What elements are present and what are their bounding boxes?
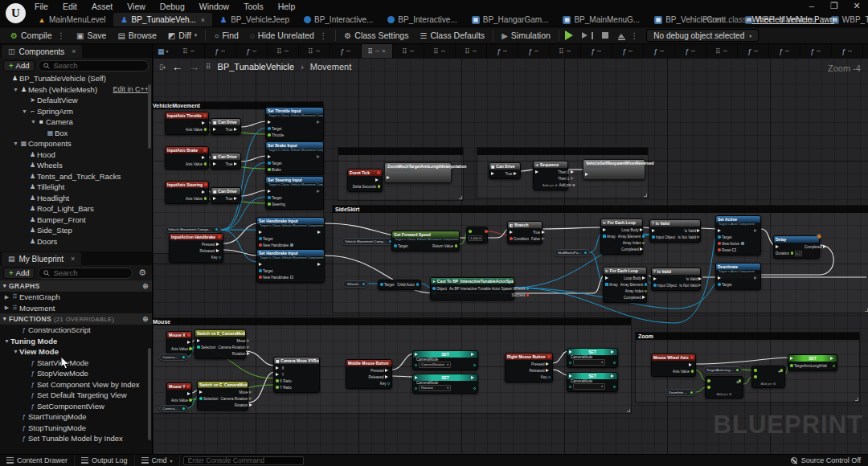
tree-item-tents-and-truck-racks[interactable]: ♟Tents_and_Truck_Racks xyxy=(0,171,152,182)
switch-cameramode-1[interactable]: Switch on E_CameraModeSelectionMoveCamer… xyxy=(194,329,246,359)
exec-pin[interactable] xyxy=(697,229,702,232)
enum-dropdown[interactable]: CameraRotation ▾ xyxy=(419,362,451,368)
exec-pin[interactable] xyxy=(259,263,264,266)
browse-button[interactable]: ▤Browse xyxy=(112,27,162,44)
data-pin[interactable] xyxy=(268,168,271,171)
data-pin[interactable] xyxy=(736,369,739,372)
skidmarks-var[interactable]: SkidMarksParticle xyxy=(555,249,590,256)
exec-pin[interactable] xyxy=(546,369,551,372)
components-search-input[interactable] xyxy=(53,61,143,70)
console-command-input[interactable] xyxy=(183,456,304,465)
hide-unrelated-button[interactable]: ◌Hide Unrelated⋮ xyxy=(244,27,334,44)
doc-tab-19[interactable]: ƒ xyxy=(769,44,800,58)
doc-tab-11[interactable]: ƒ xyxy=(518,44,550,58)
camera-move-xyrotation[interactable]: ▦Camera Move XYRotationXYX RatioY Ratio xyxy=(273,357,320,393)
set-handbrake-input-2[interactable]: Set Handbrake InputTarget is Chaos Vehic… xyxy=(256,249,325,283)
components-tab-close-icon[interactable]: × xyxy=(72,47,76,55)
doc-tab-10[interactable]: ƒ xyxy=(487,44,518,58)
exec-pin[interactable] xyxy=(197,339,202,342)
data-pin[interactable] xyxy=(691,370,694,373)
eject-button[interactable] xyxy=(618,31,625,40)
data-pin[interactable] xyxy=(526,293,530,296)
exec-pin[interactable] xyxy=(317,263,322,266)
exec-pin[interactable] xyxy=(698,284,703,287)
data-pin[interactable] xyxy=(268,127,271,130)
exec-pin[interactable] xyxy=(823,245,828,248)
array-pin[interactable] xyxy=(603,235,606,238)
mouse-y[interactable]: Mouse YAxis Value xyxy=(166,382,192,406)
data-pin[interactable] xyxy=(642,242,645,244)
doc-tab-6[interactable]: ⠿× xyxy=(362,44,393,58)
data-pin[interactable] xyxy=(276,386,279,389)
exec-pin[interactable] xyxy=(754,276,759,280)
tree-item-starttuningmode[interactable]: ƒStartTuningMode xyxy=(0,411,152,423)
data-pin[interactable] xyxy=(199,397,203,400)
data-pin[interactable] xyxy=(259,237,262,240)
enum-dropdown[interactable]: ▾ xyxy=(573,383,605,390)
get-child-actor[interactable]: TargetChild Actor xyxy=(378,280,421,290)
data-pin[interactable] xyxy=(584,251,588,255)
add-pin-label[interactable]: Add pin ⊕ xyxy=(542,183,558,187)
bool-pin[interactable] xyxy=(259,243,262,247)
data-pin[interactable] xyxy=(268,161,271,165)
data-pin[interactable] xyxy=(485,230,488,233)
data-pin[interactable] xyxy=(204,128,207,131)
asset-tab-1[interactable]: ♟BP_TunableVeh...× xyxy=(113,13,213,27)
doc-tab-4[interactable]: ⠿ xyxy=(299,44,330,58)
bool-pin[interactable] xyxy=(718,242,721,245)
branch[interactable]: ◧BranchConditionTrueFalse xyxy=(507,221,542,244)
data-pin[interactable] xyxy=(645,290,647,292)
exec-pin[interactable] xyxy=(776,245,780,248)
set-targetarmlengthval[interactable]: SETTargetArmLengthVal xyxy=(788,354,837,371)
reroute-node[interactable] xyxy=(817,235,821,239)
doc-tab-9[interactable]: ⠿ xyxy=(456,44,487,58)
menu-debug[interactable]: Debug xyxy=(153,2,192,11)
data-pin[interactable] xyxy=(219,256,221,259)
bookmark-icon[interactable]: ▯▾ xyxy=(159,63,166,71)
menu-help[interactable]: Help xyxy=(271,2,303,11)
components-scrollbar[interactable] xyxy=(148,84,151,149)
tree-item-stopviewmode[interactable]: ƒStopViewMode xyxy=(0,368,152,379)
class-defaults-button[interactable]: ☰Class Defaults xyxy=(414,27,490,44)
tree-item-tillelight[interactable]: ♟Tillelight xyxy=(0,182,152,193)
add-function-icon[interactable]: ⊕ xyxy=(142,315,149,323)
exec-pin[interactable] xyxy=(276,373,280,376)
event-tick[interactable]: Event TickDelta Seconds xyxy=(347,169,383,192)
exec-pin[interactable] xyxy=(387,176,391,179)
data-pin[interactable] xyxy=(548,376,551,378)
components-add-button[interactable]: + Add xyxy=(3,60,35,72)
tree-item-constructionscript[interactable]: ƒConstructionScript xyxy=(0,325,152,336)
edit-in-cpp-link[interactable]: Edit in C++ xyxy=(113,85,149,93)
exec-pin[interactable] xyxy=(268,190,272,193)
tree-item-bp-tunablevehicle-self-[interactable]: ♟BP_TunableVehicle (Self) xyxy=(0,73,152,84)
enum-dropdown[interactable]: Rotation ▾ xyxy=(419,385,451,391)
checkbox[interactable] xyxy=(290,276,294,280)
exec-pin[interactable] xyxy=(718,276,723,280)
tree-item-components[interactable]: ▼▦Components xyxy=(0,138,152,149)
deactivate[interactable]: DeactivateTarget is Actor ComponentTarge… xyxy=(715,263,761,290)
output-log-button[interactable]: Output Log xyxy=(75,455,135,466)
compile-button[interactable]: ⚙Compile⋮ xyxy=(5,27,71,44)
tree-item-movement[interactable]: ▶⠿Movement xyxy=(0,303,152,314)
exec-pin[interactable] xyxy=(546,362,551,366)
inputaxis-throttle[interactable]: InputAxis ThrottleAxis Value xyxy=(165,112,209,135)
exec-pin[interactable] xyxy=(698,277,703,280)
simulation-button[interactable]: ▶Simulation xyxy=(496,27,556,44)
wheels-var[interactable]: Wheels xyxy=(342,280,368,288)
data-pin[interactable] xyxy=(215,228,219,231)
cmd-dropdown[interactable]: Cmd ▾ xyxy=(135,455,180,466)
doc-tab-3[interactable]: ⠿ xyxy=(268,44,299,58)
exec-pin[interactable] xyxy=(234,197,239,200)
inputaction-handbrake[interactable]: InputAction HandbrakePressedReleasedKey xyxy=(169,233,223,263)
exec-pin[interactable] xyxy=(213,197,218,200)
my-blueprint-search-input[interactable] xyxy=(53,268,127,277)
zoommech-interp[interactable]: ZoomMechTargetArmLengthInterpolationColl… xyxy=(384,162,452,183)
exec-pin[interactable] xyxy=(202,190,207,194)
exec-pin[interactable] xyxy=(754,229,759,232)
foreach-loop-2[interactable]: ↻For Each LoopArrayLoop BodyArray Elemen… xyxy=(603,267,647,303)
exec-pin[interactable] xyxy=(653,277,658,280)
data-pin[interactable] xyxy=(791,251,794,255)
data-pin[interactable] xyxy=(510,237,513,240)
data-pin[interactable] xyxy=(645,283,648,286)
zoomintensity-var[interactable]: ZoomIntensity xyxy=(665,389,696,396)
